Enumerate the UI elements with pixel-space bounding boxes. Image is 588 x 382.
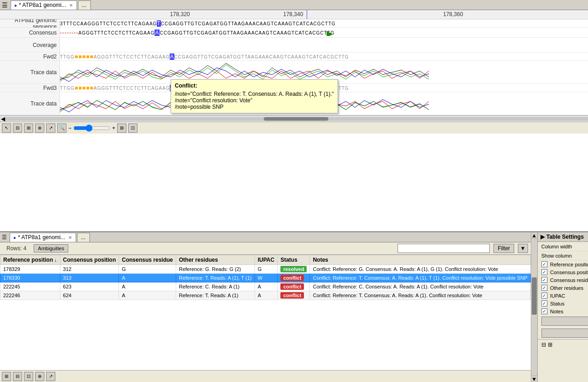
table-tab-atp8a1[interactable]: ▸ * ATP8a1 genomi... ✕ [10, 233, 76, 242]
table-scroll[interactable]: Reference position ↓ Consensus position … [0, 255, 531, 370]
tab-atp8a1-top[interactable]: ▸ * ATP8a1 genomi... ✕ [11, 0, 77, 10]
show-column-label: Reference position [550, 262, 588, 267]
zoom-slider-plus[interactable]: + [112, 125, 115, 131]
ruler: 178,320 178,340 178,360 [0, 10, 588, 19]
zoom-slider[interactable] [73, 124, 110, 132]
viewer-tool-5[interactable]: ⊡ [128, 123, 137, 133]
scroll-left-btn[interactable]: ◀ [1, 116, 5, 122]
table-row[interactable]: 178329312GReference: G. Reads: G (2)Gres… [0, 265, 531, 274]
col-cons-pos[interactable]: Consensus position [60, 255, 119, 265]
tooltip-line3: /note=possible SNP [175, 104, 334, 110]
table-settings-arrow: ▶ [540, 234, 545, 240]
table-tool-4[interactable]: ⊕ [35, 372, 44, 381]
tab-close[interactable]: ✕ [69, 3, 73, 8]
table-window-menu[interactable]: ☰ [2, 234, 7, 241]
col-notes[interactable]: Notes [310, 255, 530, 265]
show-column-checkbox[interactable] [541, 285, 547, 291]
show-column-checkbox[interactable] [541, 308, 547, 314]
bottom-section: ☰ ▸ * ATP8a1 genomi... ✕ ... Rows: 4 [0, 231, 588, 382]
tab-dots-top[interactable]: ... [78, 0, 91, 10]
viewer-tool-2[interactable]: ⊟ [13, 123, 22, 133]
filter-btn[interactable]: Filter [493, 244, 514, 253]
table-tab-dots[interactable]: ... [77, 233, 90, 242]
tab-icon: ▸ [15, 3, 17, 8]
genome-main: 178,320 178,340 178,360 ATP8a1 genomic s… [0, 10, 588, 115]
show-column-checkbox[interactable] [541, 300, 547, 306]
col-cons-res[interactable]: Consensus residue [119, 255, 176, 265]
show-column-header-row[interactable]: Show column − [538, 252, 588, 260]
ambiguities-btn[interactable]: Ambiguities [34, 244, 68, 253]
viewer-row: 178,320 178,340 178,360 ATP8a1 genomic s… [0, 10, 588, 231]
show-column-item: Notes [538, 307, 588, 315]
show-column-checkbox[interactable] [541, 277, 547, 283]
tab-label: * ATP8a1 genomi... [19, 2, 66, 8]
col-status[interactable]: Status [278, 255, 310, 265]
scroll-thumb[interactable] [264, 117, 328, 121]
deselect-all-btn[interactable]: Deselect All [541, 329, 588, 338]
table-v-scroll[interactable]: ▲ ▼ [531, 232, 537, 382]
col-iupac[interactable]: IUPAC [255, 255, 277, 265]
h-scroll[interactable]: ◀ ▶ ⊞ [0, 115, 588, 122]
column-width-row[interactable]: Column width [538, 242, 588, 252]
show-column-checkbox[interactable] [541, 293, 547, 299]
table-tool-1[interactable]: ⊞ [2, 372, 11, 381]
show-column-checkbox[interactable] [541, 269, 547, 275]
viewer-tool-1[interactable]: ↖ [2, 123, 11, 133]
show-column-label: Consensus position [550, 270, 588, 275]
window-menu-icon[interactable]: ☰ [2, 1, 8, 9]
show-column-label: IUPAC [550, 293, 565, 299]
scroll-track[interactable] [5, 117, 588, 121]
table-v-scroll-up[interactable]: ▲ [531, 232, 537, 239]
rows-info: Rows: 4 [3, 244, 30, 253]
trace2-label: Trace data [0, 92, 60, 115]
fwd3-label: Fwd3 [0, 84, 60, 92]
table-head: Reference position ↓ Consensus position … [0, 255, 531, 265]
table-tab-close[interactable]: ✕ [68, 235, 72, 240]
col-other-res[interactable]: Other residues [176, 255, 255, 265]
tab-dots-label: ... [82, 2, 87, 8]
viewer-tool-4[interactable]: ⊕ [35, 123, 44, 133]
coverage-row: Coverage [0, 38, 588, 53]
conflict-arrow: ▶ [327, 29, 333, 36]
top-tab-bar: ☰ ▸ * ATP8a1 genomi... ✕ ... [0, 0, 588, 10]
zoom-slider-minus[interactable]: − [68, 125, 71, 131]
select-all-btn[interactable]: Select All [541, 317, 588, 326]
table-tool-2[interactable]: ⊟ [13, 372, 22, 381]
viewer-tool-arrow[interactable]: ↗ [46, 123, 55, 133]
ruler-mark-3: 178,360 [443, 11, 463, 18]
table-panel-icon-1[interactable]: ⊟ [541, 341, 546, 348]
table-row[interactable]: 222246624AReference: T. Reads: A (1)Acon… [0, 291, 531, 300]
consensus-row: Consensus --------AGGGTTTCTCCTCTTCAGAAGA… [0, 28, 588, 38]
viewer-tool-zoom-out[interactable]: 🔍 [57, 123, 66, 133]
main-container: 178,320 178,340 178,360 ATP8a1 genomic s… [0, 10, 588, 382]
table-settings-title: Table Settings [546, 234, 584, 240]
table-tool-3[interactable]: ⊡ [24, 372, 33, 381]
table-panel-icon-2[interactable]: ⊞ [548, 341, 552, 348]
viewer-tool-3[interactable]: ⊞ [24, 123, 33, 133]
table-v-scroll-thumb[interactable] [532, 277, 537, 315]
reference-seq-text: 3TTTCCAAGGGTTCTCCTCTTCAGAAGTCCGAGGTTGTCG… [60, 21, 336, 26]
conflict-tooltip: Conflict: /note="Conflict: Reference: T.… [171, 79, 338, 113]
table-row[interactable]: 178330313AReference: T. Reads: A (1), T … [0, 274, 531, 282]
table-row[interactable]: 222245623AReference: C. Reads: A (1)Acon… [0, 282, 531, 291]
col-ref-pos[interactable]: Reference position ↓ [0, 255, 60, 265]
table-settings-header: ▶ Table Settings − [538, 232, 588, 242]
coverage-label: Coverage [0, 38, 60, 52]
table-tool-5[interactable]: ↗ [46, 372, 55, 381]
filter-dropdown-btn[interactable]: ▼ [518, 244, 528, 253]
genome-viewer: 178,320 178,340 178,360 ATP8a1 genomic s… [0, 10, 588, 231]
show-column-label: Status [550, 301, 564, 306]
show-column-checkbox[interactable] [541, 261, 547, 267]
ruler-mark-2: 178,340 [283, 11, 303, 18]
show-column-item: Consensus residue [538, 276, 588, 284]
table-v-scroll-down[interactable]: ▼ [531, 376, 537, 382]
filter-input[interactable] [398, 244, 490, 253]
show-column-item: Other residues [538, 284, 588, 292]
consensus-seq: --------AGGGTTTCTCCTCTTCAGAAGACCGAGGTTGT… [60, 30, 335, 35]
ruler-mark-1: 178,320 [170, 11, 190, 18]
viewer-tool-zoom-in[interactable]: ⊞ [117, 123, 126, 133]
trace1-label: Trace data [0, 61, 60, 83]
table-panel-bottom-icons: ⊟ ⊞ ? ✕ [538, 339, 588, 350]
consensus-label: Consensus [0, 28, 60, 37]
fwd2-row: Fwd2 TTGG■■■■■AGGGTTTCTCCTCTTCAGAAGACCGA… [0, 53, 588, 61]
